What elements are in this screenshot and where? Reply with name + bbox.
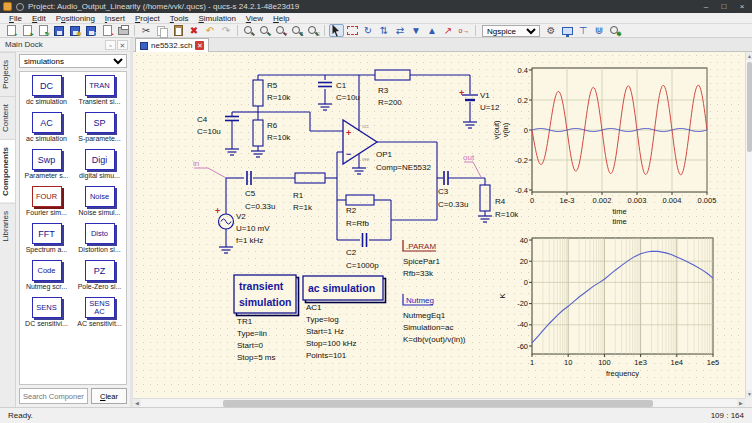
engine-select[interactable]: Ngspice <box>482 25 540 37</box>
svg-text:+: + <box>215 206 220 216</box>
save-icon[interactable] <box>52 24 67 37</box>
component-ac-sensitivit[interactable]: SENS ACAC sensitivit... <box>73 297 126 334</box>
vscroll-thumb[interactable] <box>747 62 752 152</box>
component-dc-sensitivi[interactable]: SENSDC sensitivi... <box>20 297 73 334</box>
save-as-icon[interactable]: ✱ <box>68 24 83 37</box>
svg-text:Rfb=33k: Rfb=33k <box>403 269 434 278</box>
search-components-input[interactable] <box>19 388 88 404</box>
dock-tab-libraries[interactable]: Libraries <box>0 203 15 249</box>
mirror-y-icon[interactable]: ⇄ <box>393 24 408 37</box>
redo-icon[interactable]: ↷ <box>219 24 234 37</box>
component-distortion-si[interactable]: DistoDistortion si... <box>73 223 126 260</box>
minimize-button[interactable]: – <box>699 2 713 12</box>
component-nutmeg-scr[interactable]: CodeNutmeg scr... <box>20 260 73 297</box>
component-pole-zero-si[interactable]: PZPole-Zero si... <box>73 260 126 297</box>
schematic-drawing[interactable]: R5R=10kR6R=10kC4C=10uC1C=10uR3R=200V1U=1… <box>133 52 745 398</box>
rotate-icon[interactable]: ↻ <box>361 24 376 37</box>
tab-close-icon[interactable]: ✕ <box>195 41 204 50</box>
svg-text:R=10k: R=10k <box>267 133 291 142</box>
delete-icon[interactable]: ✖ <box>187 24 202 37</box>
zoom-1-1-icon[interactable]: 1 <box>290 24 305 37</box>
probe-icon[interactable]: ⋓ <box>592 24 607 37</box>
svg-text:0.2: 0.2 <box>518 96 528 105</box>
simulation-settings-icon[interactable]: ⚙ <box>544 24 559 37</box>
view-data-display-icon[interactable] <box>560 24 575 37</box>
close-button[interactable]: × <box>735 2 749 12</box>
undo-icon[interactable]: ↶ <box>203 24 218 37</box>
zoom-out-icon[interactable]: − <box>274 24 289 37</box>
zoom-area-icon[interactable]: □ <box>306 24 321 37</box>
svg-text:out: out <box>463 153 475 162</box>
svg-text:-0.2: -0.2 <box>515 156 528 165</box>
dock-tab-content[interactable]: Content <box>0 96 15 139</box>
copy-icon[interactable] <box>155 24 170 37</box>
close-file-icon[interactable]: • <box>100 24 115 37</box>
new-file-icon[interactable]: + <box>4 24 19 37</box>
svg-text:.PARAM: .PARAM <box>406 242 436 251</box>
svg-text:+: + <box>346 128 351 138</box>
mirror-x-icon[interactable]: ⇅ <box>377 24 392 37</box>
print-icon[interactable] <box>116 24 131 37</box>
svg-text:0.003: 0.003 <box>628 196 647 205</box>
main-area: Main Dock ▫ ✕ ProjectsContentComponentsL… <box>0 38 752 407</box>
dc-bias-icon[interactable]: ⊤ <box>576 24 591 37</box>
zoom-fit-icon[interactable]: ↔ <box>242 24 257 37</box>
insert-wire-icon[interactable]: ↗ <box>441 24 456 37</box>
deactivate-icon[interactable] <box>345 24 360 37</box>
component-parameter-s[interactable]: SwpParameter s... <box>20 149 73 186</box>
refresh-file-icon[interactable]: ↻ <box>36 24 51 37</box>
component-transient-si[interactable]: TRANTransient si... <box>73 75 126 112</box>
dock-close-icon[interactable]: ✕ <box>117 40 128 50</box>
hscroll-thumb[interactable] <box>223 400 653 407</box>
component-fourier-sim[interactable]: FOURFourier sim... <box>20 186 73 223</box>
zoom-in-icon[interactable]: + <box>258 24 273 37</box>
tab-ne5532[interactable]: ne5532.sch ✕ <box>135 38 209 52</box>
svg-text:R1: R1 <box>293 191 304 200</box>
schematic-editor: ne5532.sch ✕ R5R=10kR6R=10kC4C=10uC1C=10… <box>133 38 752 407</box>
vertical-scrollbar[interactable]: ▲ ▼ <box>745 52 752 398</box>
dock-tab-components[interactable]: Components <box>0 139 15 203</box>
svg-text:AC1: AC1 <box>306 303 322 312</box>
svg-text:−: − <box>346 149 351 159</box>
pop-out-icon[interactable]: ▲ <box>425 24 440 37</box>
window-icon <box>16 3 24 11</box>
component-s-paramete[interactable]: SPS-paramete... <box>73 112 126 149</box>
push-into-icon[interactable]: ▼ <box>409 24 424 37</box>
svg-text:R5: R5 <box>267 81 278 90</box>
menu-tools[interactable]: Tools <box>165 14 194 23</box>
svg-text:C3: C3 <box>438 187 449 196</box>
paste-icon[interactable] <box>171 24 186 37</box>
maximize-button[interactable]: □ <box>717 2 731 12</box>
svg-text:C5: C5 <box>245 189 256 198</box>
save-all-icon[interactable]: ≡ <box>84 24 99 37</box>
find-component-icon[interactable]: ✱ <box>608 24 623 37</box>
svg-text:0.4: 0.4 <box>518 66 528 75</box>
insert-label-icon[interactable]: o→ <box>457 24 472 37</box>
svg-text:1e3: 1e3 <box>634 358 647 367</box>
menu-view[interactable]: View <box>241 14 268 23</box>
menu-insert[interactable]: Insert <box>100 14 130 23</box>
component-spectrum-a[interactable]: FFTSpectrum a... <box>20 223 73 260</box>
menu-simulation[interactable]: Simulation <box>193 14 240 23</box>
component-category-select[interactable]: simulations <box>19 54 127 68</box>
select-pointer-icon[interactable] <box>329 24 344 37</box>
schematic-canvas[interactable]: R5R=10kR6R=10kC4C=10uC1C=10uR3R=200V1U=1… <box>133 52 745 398</box>
horizontal-scrollbar[interactable]: ◀ ▶ <box>133 398 745 407</box>
menu-file[interactable]: File <box>4 14 27 23</box>
dock-float-icon[interactable]: ▫ <box>105 40 116 50</box>
dock-tab-projects[interactable]: Projects <box>0 52 15 96</box>
component-digital-simu[interactable]: Digidigital simu... <box>73 149 126 186</box>
component-noise-simul[interactable]: NoiseNoise simul... <box>73 186 126 223</box>
svg-text:1: 1 <box>530 358 534 367</box>
svg-text:SpicePar1: SpicePar1 <box>403 257 440 266</box>
component-dc-simulation[interactable]: DCdc simulation <box>20 75 73 112</box>
menu-help[interactable]: Help <box>268 14 294 23</box>
menu-positioning[interactable]: Positioning <box>51 14 100 23</box>
menu-edit[interactable]: Edit <box>27 14 51 23</box>
clear-search-button[interactable]: Clear <box>91 388 127 404</box>
open-file-icon[interactable]: ▸ <box>20 24 35 37</box>
dock-header: Main Dock ▫ ✕ <box>0 38 130 52</box>
component-ac-simulation[interactable]: ACac simulation <box>20 112 73 149</box>
cut-icon[interactable]: ✂ <box>139 24 154 37</box>
menu-project[interactable]: Project <box>130 14 165 23</box>
